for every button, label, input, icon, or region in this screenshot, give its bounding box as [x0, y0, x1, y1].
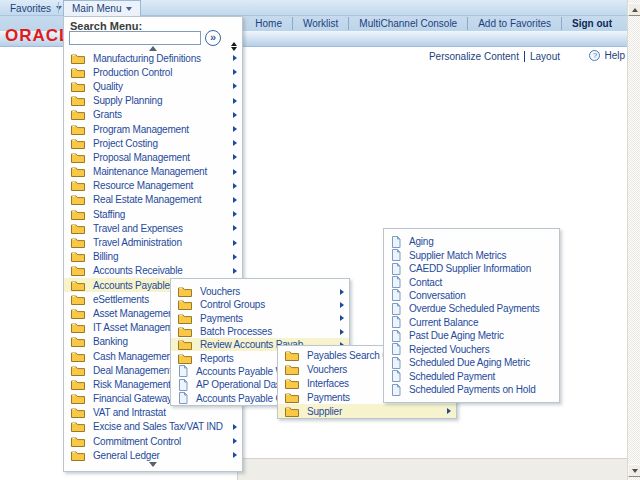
menu-item[interactable]: Supplier Match Metrics: [384, 248, 559, 261]
menu-item-label: Accounts Payable: [93, 280, 170, 291]
menu-item[interactable]: Real Estate Management: [64, 193, 242, 207]
document-icon: [391, 316, 401, 328]
menu-item-label: Vouchers: [307, 364, 347, 375]
menu-item[interactable]: Travel and Expenses: [64, 221, 242, 235]
menu-item-label: Production Control: [93, 67, 172, 78]
menu-item[interactable]: Vouchers: [171, 285, 349, 298]
folder-icon: [71, 251, 85, 262]
header-nav-link[interactable]: Sign out: [561, 17, 622, 30]
header-nav-link[interactable]: Worklist: [292, 17, 348, 30]
document-icon: [391, 249, 401, 261]
menu-item-label: Grants: [93, 109, 122, 120]
document-icon: [391, 263, 401, 275]
menu-item[interactable]: Accounts Receivable: [64, 264, 242, 278]
folder-icon: [71, 322, 85, 333]
menu-item[interactable]: Grants: [64, 108, 242, 122]
menu-item[interactable]: Resource Management: [64, 179, 242, 193]
folder-icon: [71, 81, 85, 92]
menu-item-label: CAEDD Supplier Information: [409, 263, 531, 274]
menu-item[interactable]: CAEDD Supplier Information: [384, 262, 559, 275]
folder-icon: [71, 166, 85, 177]
search-input[interactable]: [69, 31, 201, 45]
menu-item[interactable]: Program Management: [64, 122, 242, 136]
help-label: Help: [604, 50, 625, 61]
page-personalize-bar: Personalize Content Layout: [424, 51, 565, 62]
submenu-arrow-icon: [233, 55, 237, 61]
menu-item[interactable]: Supply Planning: [64, 94, 242, 108]
menu-item[interactable]: Project Costing: [64, 136, 242, 150]
menu-item[interactable]: Excise and Sales Tax/VAT IND: [64, 420, 242, 434]
scroll-down-icon: [149, 462, 157, 467]
folder-icon: [285, 406, 299, 417]
menu-item[interactable]: Proposal Management: [64, 150, 242, 164]
arrow-down-icon: [632, 469, 638, 473]
arrow-up-icon: [632, 8, 638, 12]
menu-resize-handle[interactable]: [229, 42, 238, 51]
menu-item[interactable]: Batch Processes: [171, 325, 349, 338]
menu-item[interactable]: Production Control: [64, 65, 242, 79]
menu-item-label: Deal Management: [93, 365, 172, 376]
menu-item[interactable]: General Ledger: [64, 448, 242, 462]
menu-item[interactable]: Maintenance Management: [64, 165, 242, 179]
personalize-content-link[interactable]: Personalize Content: [424, 51, 524, 62]
folder-icon: [178, 286, 192, 297]
folder-icon: [71, 109, 85, 120]
menu-item[interactable]: Rejected Vouchers: [384, 343, 559, 356]
menu-item-label: Conversation: [409, 290, 466, 301]
menu-item[interactable]: Scheduled Due Aging Metric: [384, 356, 559, 369]
menu-item[interactable]: Billing: [64, 250, 242, 264]
menu-item-label: Overdue Scheduled Payments: [409, 303, 539, 314]
menu-item[interactable]: Past Due Aging Metric: [384, 329, 559, 342]
menu-item[interactable]: Manufacturing Definitions: [64, 51, 242, 65]
menu-item[interactable]: Scheduled Payment: [384, 369, 559, 382]
menu-item[interactable]: VAT and Intrastat: [64, 406, 242, 420]
menu-item-label: Banking: [93, 336, 128, 347]
folder-icon: [71, 152, 85, 163]
resize-up-icon: [231, 42, 237, 46]
menu-scroll-down[interactable]: [64, 462, 242, 467]
folder-icon: [71, 379, 85, 390]
header-nav-link[interactable]: Home: [245, 17, 292, 30]
menu-item[interactable]: Current Balance: [384, 316, 559, 329]
menu-item[interactable]: Payments: [171, 312, 349, 325]
submenu-arrow-icon: [233, 69, 237, 75]
submenu-arrow-icon: [233, 183, 237, 189]
search-go-button[interactable]: »: [205, 30, 221, 46]
document-icon: [178, 379, 188, 391]
menu-item[interactable]: Travel Administration: [64, 235, 242, 249]
menu-item[interactable]: Contact: [384, 275, 559, 288]
main-menu-tab[interactable]: Main Menu: [63, 0, 141, 16]
menu-item-label: Excise and Sales Tax/VAT IND: [93, 421, 223, 432]
help-link[interactable]: ? Help: [589, 50, 625, 61]
menu-item[interactable]: Conversation: [384, 289, 559, 302]
menu-item[interactable]: Staffing: [64, 207, 242, 221]
layout-link[interactable]: Layout: [524, 51, 565, 62]
vertical-scrollbar[interactable]: [627, 0, 640, 480]
header-nav-link[interactable]: Add to Favorites: [467, 17, 561, 30]
submenu-arrow-icon: [340, 329, 344, 335]
menu-item-label: Scheduled Due Aging Metric: [409, 357, 530, 368]
favorites-menu-tab[interactable]: Favorites: [2, 0, 70, 16]
menu-item[interactable]: Scheduled Payments on Hold: [384, 383, 559, 396]
submenu-arrow-icon: [340, 289, 344, 295]
menu-item-label: Current Balance: [409, 317, 478, 328]
menu-item[interactable]: Aging: [384, 235, 559, 248]
menu-item[interactable]: Supplier: [278, 404, 456, 418]
scrollbar-up-button[interactable]: [628, 3, 640, 16]
menu-item[interactable]: Commitment Control: [64, 434, 242, 448]
menu-item-label: Interfaces: [307, 378, 349, 389]
submenu-arrow-icon: [233, 154, 237, 160]
menu-item-label: Rejected Vouchers: [409, 344, 490, 355]
menu-item[interactable]: Overdue Scheduled Payments: [384, 302, 559, 315]
document-icon: [178, 365, 188, 377]
menu-item-label: Maintenance Management: [93, 166, 207, 177]
menu-item[interactable]: Control Groups: [171, 298, 349, 311]
menu-item-label: Supplier: [307, 406, 342, 417]
folder-icon: [71, 124, 85, 135]
scrollbar-down-button[interactable]: [628, 464, 640, 477]
menu-item-label: Staffing: [93, 209, 125, 220]
submenu-arrow-icon: [233, 268, 237, 274]
header-nav-link[interactable]: MultiChannel Console: [348, 17, 467, 30]
folder-icon: [285, 364, 299, 375]
menu-item[interactable]: Quality: [64, 79, 242, 93]
